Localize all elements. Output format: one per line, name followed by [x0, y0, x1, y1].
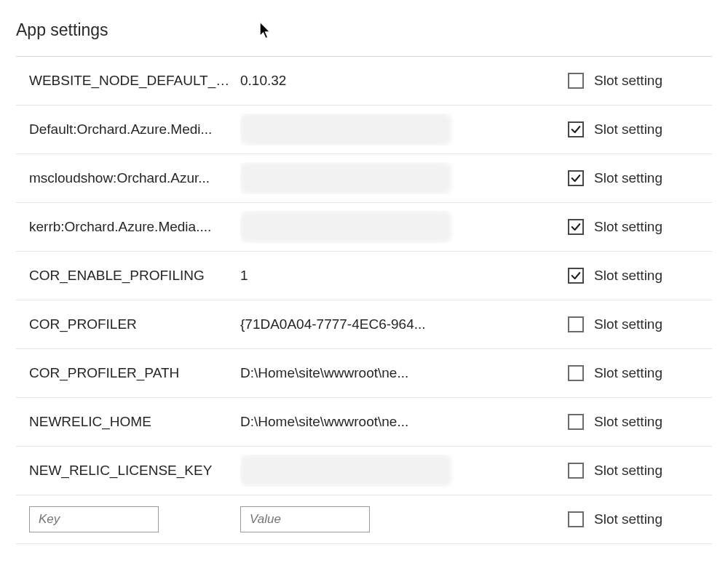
slot-setting-label: Slot setting [594, 73, 662, 89]
slot-setting-label: Slot setting [594, 511, 662, 527]
slot-setting-cell: Slot setting [568, 219, 699, 235]
slot-setting-checkbox[interactable] [568, 365, 584, 381]
setting-value[interactable] [240, 211, 568, 243]
slot-setting-label: Slot setting [594, 268, 662, 284]
setting-row[interactable]: COR_ENABLE_PROFILING1Slot setting [16, 252, 712, 300]
section-title: App settings [16, 20, 712, 40]
setting-row[interactable]: NEWRELIC_HOMED:\Home\site\wwwroot\ne...S… [16, 398, 712, 447]
setting-row[interactable]: Default:Orchard.Azure.Medi...Slot settin… [16, 105, 712, 154]
setting-value[interactable]: D:\Home\site\wwwroot\ne... [240, 414, 568, 430]
slot-setting-checkbox[interactable] [568, 268, 584, 284]
slot-setting-checkbox[interactable] [568, 414, 584, 430]
setting-row[interactable]: NEW_RELIC_LICENSE_KEYSlot setting [16, 447, 712, 495]
slot-setting-checkbox[interactable] [568, 219, 584, 235]
slot-setting-checkbox[interactable] [568, 73, 584, 89]
slot-setting-cell: Slot setting [568, 365, 699, 381]
slot-setting-label: Slot setting [594, 414, 662, 430]
setting-value[interactable]: 0.10.32 [240, 73, 568, 89]
setting-row[interactable]: WEBSITE_NODE_DEFAULT_V...0.10.32Slot set… [16, 57, 712, 105]
slot-setting-cell: Slot setting [568, 511, 699, 527]
setting-key[interactable]: kerrb:Orchard.Azure.Media.... [29, 219, 240, 235]
slot-setting-label: Slot setting [594, 219, 662, 235]
setting-value[interactable]: 1 [240, 268, 568, 284]
setting-key[interactable]: COR_PROFILER [29, 316, 240, 332]
slot-setting-label: Slot setting [594, 170, 662, 186]
slot-setting-cell: Slot setting [568, 414, 699, 430]
new-value-input[interactable] [240, 506, 370, 532]
setting-value[interactable]: {71DA0A04-7777-4EC6-964... [240, 316, 568, 332]
setting-key[interactable]: COR_ENABLE_PROFILING [29, 268, 240, 284]
slot-setting-checkbox[interactable] [568, 316, 584, 332]
setting-value[interactable] [240, 455, 568, 487]
slot-setting-checkbox[interactable] [568, 170, 584, 186]
setting-key[interactable]: Default:Orchard.Azure.Medi... [29, 121, 240, 137]
setting-key[interactable]: NEWRELIC_HOME [29, 414, 240, 430]
setting-value[interactable] [240, 162, 568, 194]
setting-value[interactable]: D:\Home\site\wwwroot\ne... [240, 365, 568, 381]
redacted-value [240, 162, 451, 194]
setting-key[interactable]: NEW_RELIC_LICENSE_KEY [29, 463, 240, 479]
slot-setting-label: Slot setting [594, 365, 662, 381]
slot-setting-cell: Slot setting [568, 73, 699, 89]
setting-row[interactable]: COR_PROFILER{71DA0A04-7777-4EC6-964...Sl… [16, 300, 712, 349]
slot-setting-cell: Slot setting [568, 170, 699, 186]
slot-setting-label: Slot setting [594, 463, 662, 479]
setting-row[interactable]: COR_PROFILER_PATHD:\Home\site\wwwroot\ne… [16, 349, 712, 398]
redacted-value [240, 113, 451, 145]
slot-setting-cell: Slot setting [568, 121, 699, 137]
redacted-value [240, 211, 451, 243]
slot-setting-cell: Slot setting [568, 463, 699, 479]
setting-row[interactable]: mscloudshow:Orchard.Azur...Slot setting [16, 154, 712, 203]
slot-setting-cell: Slot setting [568, 316, 699, 332]
slot-setting-cell: Slot setting [568, 268, 699, 284]
setting-value[interactable] [240, 113, 568, 145]
redacted-value [240, 455, 451, 487]
setting-key[interactable]: COR_PROFILER_PATH [29, 365, 240, 381]
slot-setting-label: Slot setting [594, 121, 662, 137]
setting-key[interactable]: mscloudshow:Orchard.Azur... [29, 170, 240, 186]
new-setting-row: Slot setting [16, 495, 712, 544]
new-key-input[interactable] [29, 506, 159, 532]
slot-setting-label: Slot setting [594, 316, 662, 332]
setting-key[interactable]: WEBSITE_NODE_DEFAULT_V... [29, 73, 240, 89]
slot-setting-checkbox[interactable] [568, 463, 584, 479]
app-settings-table: WEBSITE_NODE_DEFAULT_V...0.10.32Slot set… [16, 56, 712, 544]
setting-row[interactable]: kerrb:Orchard.Azure.Media....Slot settin… [16, 203, 712, 252]
slot-setting-checkbox[interactable] [568, 511, 584, 527]
slot-setting-checkbox[interactable] [568, 121, 584, 137]
